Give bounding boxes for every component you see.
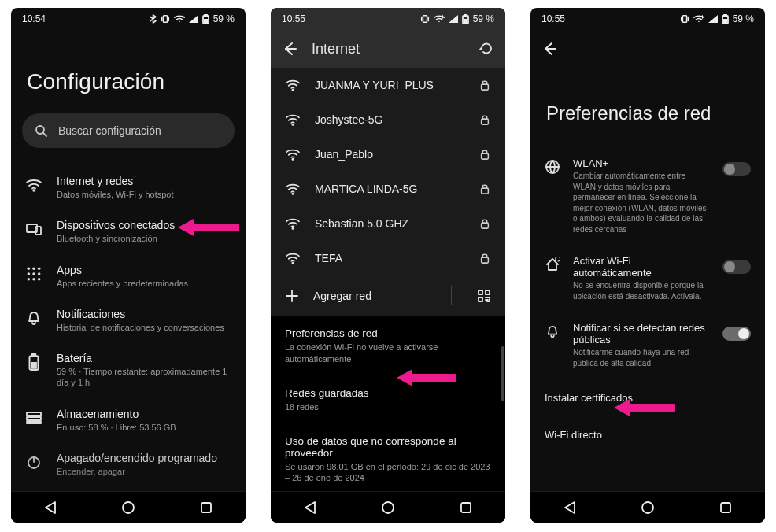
svg-point-35 <box>292 90 293 91</box>
settings-item-devices[interactable]: Dispositivos conectadosBluetooth y sincr… <box>11 209 246 253</box>
toggle-switch[interactable] <box>722 327 751 341</box>
pref-wlan-plus[interactable]: WLAN+Cambiar automáticamente entre WLAN … <box>530 148 765 246</box>
svg-marker-50 <box>305 502 315 513</box>
svg-point-14 <box>38 272 41 275</box>
status-time: 10:54 <box>22 13 46 24</box>
battery-icon <box>202 14 209 24</box>
battery-icon <box>462 14 469 24</box>
globe-icon <box>545 159 560 175</box>
svg-point-12 <box>28 272 31 275</box>
settings-item-storage[interactable]: AlmacenamientoEn uso: 58 % · Libre: 53.5… <box>11 398 246 442</box>
svg-point-17 <box>38 277 41 280</box>
install-certificates-row[interactable]: Instalar certificados <box>530 379 765 416</box>
bluetooth-icon <box>150 14 157 24</box>
wifi-network-item[interactable]: Joshystee-5G <box>271 102 505 137</box>
home-refresh-icon <box>545 257 560 272</box>
svg-rect-19 <box>32 354 35 356</box>
wifi-plus-icon <box>174 14 185 24</box>
power-icon <box>25 453 42 471</box>
svg-marker-1 <box>189 15 198 23</box>
nav-recent-icon[interactable] <box>717 499 734 516</box>
wifi-icon <box>25 176 42 194</box>
wifi-network-item[interactable]: Juan_Pablo <box>271 137 505 172</box>
saved-networks-row[interactable]: Redes guardadas 18 redes <box>271 376 505 424</box>
qr-scan-icon[interactable] <box>477 289 491 303</box>
settings-item-apps[interactable]: AppsApps recientes y predeterminadas <box>11 254 246 298</box>
svg-rect-33 <box>464 19 467 23</box>
svg-marker-55 <box>708 15 718 23</box>
wifi-network-item[interactable]: TEFA <box>271 241 505 275</box>
search-input[interactable]: Buscar configuración <box>22 113 235 148</box>
svg-point-15 <box>28 277 31 280</box>
svg-rect-36 <box>482 84 489 90</box>
nav-home-icon[interactable] <box>639 499 656 516</box>
pref-auto-wifi[interactable]: Activar Wi-Fi automáticamenteNo se encue… <box>530 246 765 312</box>
search-placeholder: Buscar configuración <box>58 124 161 137</box>
nav-recent-icon[interactable] <box>198 499 215 516</box>
bell-icon <box>25 309 42 327</box>
wifi-icon <box>285 252 301 264</box>
nav-back-icon[interactable] <box>301 499 319 516</box>
back-icon[interactable] <box>282 41 297 57</box>
svg-marker-60 <box>565 502 575 513</box>
svg-rect-47 <box>479 290 482 294</box>
battery-outline-icon <box>25 353 42 371</box>
non-carrier-data-row[interactable]: Uso de datos que no corresponde al prove… <box>271 424 505 491</box>
scrollbar[interactable] <box>501 346 504 401</box>
nav-home-icon[interactable] <box>379 499 397 516</box>
settings-item-notifications[interactable]: NotificacionesHistorial de notificacione… <box>11 298 246 342</box>
wifi-network-item[interactable]: Sebastian 5.0 GHZ <box>271 206 505 241</box>
page-title: Preferencias de red <box>530 68 765 148</box>
pref-notify-public[interactable]: Notificar si se detectan redes públicasN… <box>530 312 765 379</box>
wifi-list: JUANMA Y YURI_PLUS Joshystee-5G Juan_Pab… <box>271 68 505 491</box>
svg-rect-57 <box>724 14 726 16</box>
svg-rect-52 <box>461 503 471 512</box>
nav-recent-icon[interactable] <box>457 499 475 516</box>
screen-settings: 10:54 59 % Configuración Buscar configur… <box>11 8 246 523</box>
settings-item-internet[interactable]: Internet y redesDatos móviles, Wi-Fi y h… <box>11 165 246 209</box>
nav-back-icon[interactable] <box>42 499 59 516</box>
nav-home-icon[interactable] <box>120 499 137 516</box>
wifi-network-item[interactable]: MARTICA LINDA-5G <box>271 172 505 206</box>
signal-icon <box>189 15 198 23</box>
lock-icon <box>479 217 491 230</box>
wifi-direct-row[interactable]: Wi-Fi directo <box>530 416 765 453</box>
wifi-plus-icon <box>693 14 704 24</box>
settings-item-sub: Datos móviles, Wi-Fi y hotspot <box>57 189 174 200</box>
settings-item-battery[interactable]: Batería59 % · Tiempo restante: aproximad… <box>11 342 246 398</box>
svg-rect-62 <box>721 503 730 512</box>
wifi-icon <box>285 113 301 126</box>
refresh-icon[interactable] <box>479 41 494 57</box>
svg-rect-40 <box>482 153 489 159</box>
svg-rect-38 <box>482 119 489 124</box>
network-preferences-row[interactable]: Preferencias de red La conexión Wi-Fi no… <box>271 316 505 376</box>
wifi-network-item[interactable]: JUANMA Y YURI_PLUS <box>271 68 505 102</box>
svg-rect-58 <box>723 19 727 23</box>
svg-rect-44 <box>482 223 489 228</box>
svg-marker-30 <box>449 15 458 23</box>
devices-icon <box>25 220 42 238</box>
status-battery-pct: 59 % <box>733 13 754 24</box>
svg-rect-32 <box>464 14 467 16</box>
svg-rect-42 <box>482 188 489 194</box>
search-icon <box>35 124 47 137</box>
settings-item-power-schedule[interactable]: Apagado/encendido programadoEncender, ap… <box>11 442 246 486</box>
nav-back-icon[interactable] <box>561 499 578 516</box>
toggle-switch[interactable] <box>722 260 751 274</box>
svg-rect-54 <box>682 16 686 23</box>
wifi-icon <box>285 183 301 195</box>
appbar-title: Internet <box>312 41 464 57</box>
status-battery-pct: 59 % <box>213 13 235 24</box>
svg-point-26 <box>123 502 134 513</box>
svg-point-16 <box>32 277 35 280</box>
screen-network-preferences: 10:55 59 % Preferencias de red WLAN+Camb… <box>530 8 765 523</box>
status-battery-pct: 59 % <box>473 13 494 24</box>
toggle-switch[interactable] <box>722 162 751 176</box>
app-bar: Internet <box>271 30 505 68</box>
add-network-row[interactable]: Agregar red <box>271 275 505 316</box>
back-icon[interactable] <box>541 41 557 57</box>
divider <box>451 286 452 305</box>
status-right: 59 % <box>420 13 494 24</box>
status-time: 10:55 <box>282 13 305 24</box>
status-time: 10:55 <box>541 13 565 24</box>
